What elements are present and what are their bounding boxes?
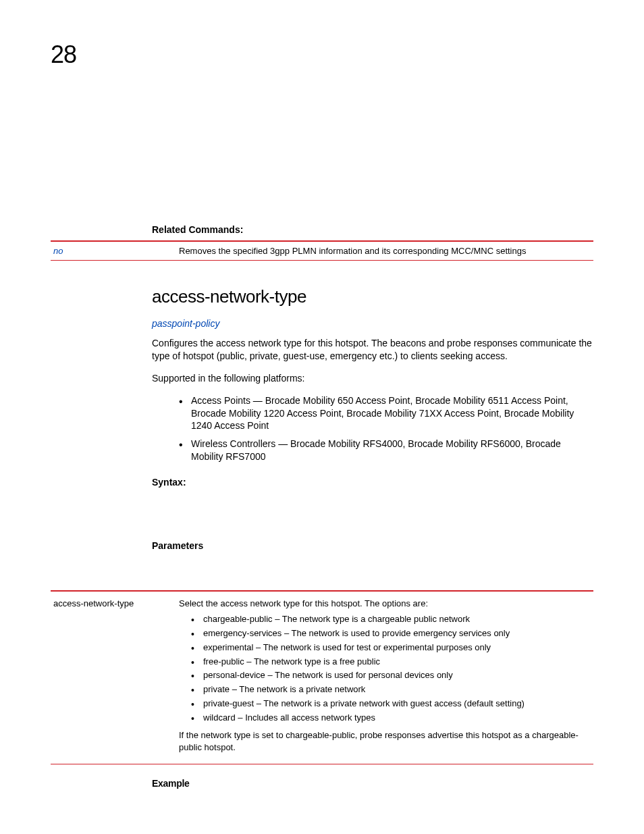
param-outro: If the network type is set to chargeable… xyxy=(179,729,593,755)
parameters-table: access-network-type Select the access ne… xyxy=(51,590,593,764)
table-row: no Removes the specified 3gpp PLMN infor… xyxy=(51,242,593,260)
command-title: access-network-type xyxy=(152,286,593,307)
param-desc: Select the access network type for this … xyxy=(179,598,593,754)
content-column: Related Commands: no Removes the specifi… xyxy=(152,224,593,789)
list-item: chargeable-public – The network type is … xyxy=(191,613,593,627)
list-item: Wireless Controllers — Brocade Mobility … xyxy=(179,438,593,463)
list-item: experimental – The network is used for t… xyxy=(191,641,593,655)
example-heading: Example xyxy=(152,778,593,789)
page-number: 28 xyxy=(51,41,593,69)
list-item: free-public – The network type is a free… xyxy=(191,655,593,669)
list-item: personal-device – The network is used fo… xyxy=(191,669,593,683)
param-intro: Select the access network type for this … xyxy=(179,598,593,608)
parameters-gap xyxy=(152,556,593,590)
platform-list: Access Points — Brocade Mobility 650 Acc… xyxy=(179,394,593,463)
supported-line: Supported in the following platforms: xyxy=(152,372,593,385)
param-options-list: chargeable-public – The network type is … xyxy=(191,613,593,725)
document-page: 28 Related Commands: no Removes the spec… xyxy=(0,0,644,834)
related-command-desc: Removes the specified 3gpp PLMN informat… xyxy=(179,246,593,256)
list-item: Access Points — Brocade Mobility 650 Acc… xyxy=(179,394,593,433)
list-item: private – The network is a private netwo… xyxy=(191,683,593,697)
related-commands-table: no Removes the specified 3gpp PLMN infor… xyxy=(51,240,593,261)
table-row: access-network-type Select the access ne… xyxy=(51,592,593,764)
syntax-heading: Syntax: xyxy=(152,477,593,488)
related-command-name: no xyxy=(51,246,179,256)
list-item: wildcard – Includes all access network t… xyxy=(191,711,593,725)
list-item: emergency-services – The network is used… xyxy=(191,627,593,641)
related-commands-heading: Related Commands: xyxy=(152,224,593,235)
list-item: private-guest – The network is a private… xyxy=(191,697,593,711)
intro-paragraph: Configures the access network type for t… xyxy=(152,337,593,363)
syntax-block xyxy=(152,493,593,540)
param-name: access-network-type xyxy=(51,598,179,754)
parameters-heading: Parameters xyxy=(152,540,593,551)
policy-link[interactable]: passpoint-policy xyxy=(152,318,593,329)
